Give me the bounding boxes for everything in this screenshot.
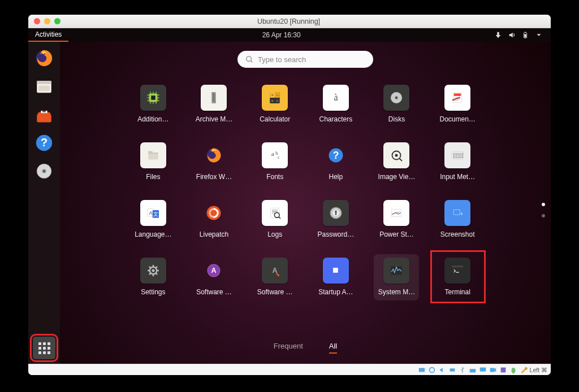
app-terminal[interactable]: Terminal: [435, 258, 480, 296]
page-indicator[interactable]: [542, 203, 545, 217]
svg-rect-58: [453, 154, 454, 155]
app-calculator[interactable]: +−×=Calculator: [252, 85, 297, 123]
svg-rect-19: [213, 95, 214, 96]
svg-rect-59: [455, 154, 456, 155]
app-disks[interactable]: Disks: [374, 85, 419, 123]
tab-all[interactable]: All: [329, 342, 337, 354]
status-area[interactable]: [494, 31, 551, 39]
page-dot-1[interactable]: [542, 203, 545, 206]
svg-rect-24: [214, 101, 215, 102]
gnome-topbar: Activities 26 Apr 16:30: [28, 28, 551, 42]
svg-rect-23: [213, 100, 214, 101]
window-close-button[interactable]: [34, 18, 40, 24]
svg-point-90: [335, 211, 337, 213]
apps-grid-icon: [38, 342, 50, 354]
vb-optical-icon[interactable]: [428, 366, 436, 374]
app-screenshot[interactable]: +Screenshot: [435, 200, 480, 238]
clock-label[interactable]: 26 Apr 16:30: [68, 31, 494, 39]
show-applications-button[interactable]: [33, 337, 55, 359]
vm-window: Ubuntu20 [Running] Activities 26 Apr 16:…: [28, 15, 551, 375]
activities-button[interactable]: Activities: [28, 28, 68, 42]
app-label: Settings: [141, 288, 165, 296]
vb-record-icon[interactable]: [489, 366, 497, 374]
app-label: Software …: [257, 288, 293, 296]
window-minimize-button[interactable]: [44, 18, 50, 24]
app-software[interactable]: ASoftware …: [191, 258, 236, 296]
app-files[interactable]: Files: [131, 142, 176, 181]
svg-text:?: ?: [332, 150, 339, 161]
app-label: Input Met…: [440, 173, 475, 181]
app-label: Fonts: [266, 173, 283, 181]
app-startupa[interactable]: Startup A…: [313, 258, 358, 296]
vb-mouse-icon[interactable]: [509, 366, 517, 374]
app-icon: [140, 85, 166, 111]
app-addition[interactable]: Addition…: [131, 85, 176, 123]
vb-audio-icon[interactable]: [438, 366, 446, 374]
svg-point-114: [511, 367, 515, 373]
app-documen[interactable]: Documen…: [435, 85, 480, 123]
app-logs[interactable]: Logs: [252, 200, 297, 238]
svg-rect-36: [454, 94, 461, 96]
vb-display-icon[interactable]: [479, 366, 487, 374]
vb-network-icon[interactable]: [448, 366, 456, 374]
svg-text:c: c: [278, 155, 280, 160]
svg-point-96: [152, 269, 154, 272]
svg-rect-52: [455, 153, 456, 154]
app-label: Software …: [196, 288, 232, 296]
vb-shared-icon[interactable]: [469, 366, 477, 374]
app-label: Firefox W…: [196, 173, 232, 181]
app-imagevie[interactable]: Image Vie…: [374, 142, 419, 181]
dock-disc[interactable]: [32, 159, 56, 183]
svg-rect-68: [457, 156, 459, 157]
app-language[interactable]: A文Language…: [131, 200, 176, 238]
svg-rect-71: [462, 156, 463, 157]
svg-rect-57: [462, 153, 463, 154]
app-settings[interactable]: Settings: [131, 258, 176, 296]
svg-rect-70: [460, 156, 461, 157]
vb-usb-icon[interactable]: [459, 366, 466, 374]
vb-key-icon[interactable]: [520, 366, 528, 374]
dock-firefox[interactable]: [32, 46, 56, 70]
search-input[interactable]: Type to search: [237, 51, 373, 68]
app-software[interactable]: ASoftware …: [252, 258, 297, 296]
app-inputmet[interactable]: Input Met…: [435, 142, 480, 181]
svg-rect-2: [524, 34, 526, 37]
svg-text:+: +: [460, 211, 463, 217]
virtualbox-statusbar: Left ⌘: [28, 364, 551, 375]
app-systemm[interactable]: System M…: [374, 254, 419, 300]
app-characters[interactable]: àCharacters: [313, 85, 358, 123]
app-powerst[interactable]: Power St…: [374, 200, 419, 238]
page-dot-2[interactable]: [542, 214, 545, 217]
app-icon: [323, 258, 349, 284]
window-maximize-button[interactable]: [54, 18, 61, 24]
search-placeholder: Type to search: [258, 55, 306, 64]
app-archivem[interactable]: Archive M…: [191, 85, 236, 123]
svg-rect-67: [456, 156, 457, 157]
app-password[interactable]: Password…: [313, 200, 358, 238]
app-help[interactable]: ?Help: [313, 142, 358, 181]
svg-rect-109: [450, 368, 455, 371]
svg-point-13: [247, 56, 252, 62]
search-icon: [245, 55, 253, 63]
app-icon: [383, 85, 409, 111]
dock-files[interactable]: [32, 75, 56, 98]
svg-rect-62: [459, 154, 460, 155]
vb-hdd-icon[interactable]: [418, 366, 426, 374]
view-tabs: Frequent All: [60, 342, 551, 354]
vb-proc-icon[interactable]: [499, 366, 507, 374]
chevron-down-icon: [535, 31, 543, 39]
app-label: Files: [146, 173, 160, 181]
tab-frequent[interactable]: Frequent: [274, 342, 303, 354]
dock-software[interactable]: [32, 103, 56, 127]
app-label: Password…: [317, 230, 354, 238]
window-titlebar[interactable]: Ubuntu20 [Running]: [28, 15, 551, 28]
svg-rect-41: [148, 153, 158, 154]
svg-rect-106: [452, 265, 463, 267]
app-livepatch[interactable]: Livepatch: [191, 200, 236, 238]
app-label: Language…: [135, 230, 171, 238]
svg-rect-107: [418, 368, 425, 372]
svg-rect-21: [213, 98, 214, 98]
dock-help[interactable]: ?: [32, 131, 56, 155]
app-fonts[interactable]: abcFonts: [252, 142, 297, 181]
app-firefoxw[interactable]: Firefox W…: [191, 142, 236, 181]
